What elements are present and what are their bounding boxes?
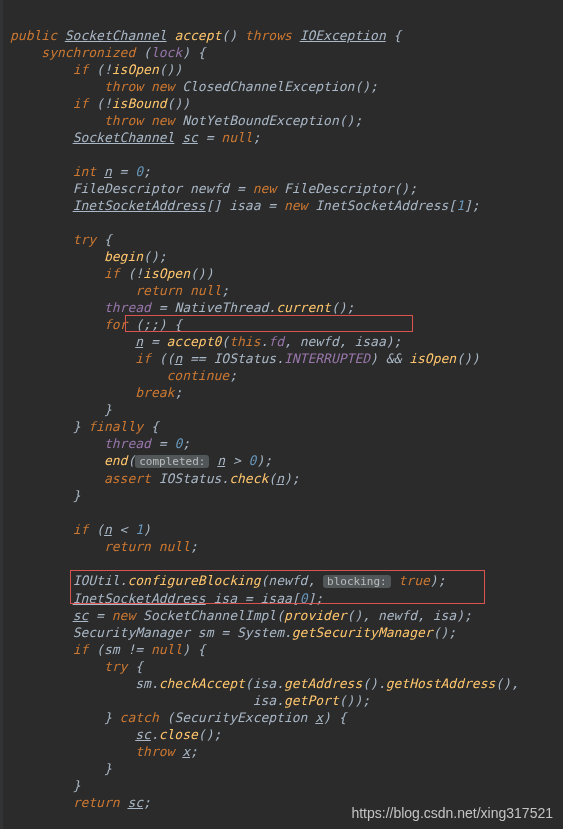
code-editor[interactable]: public SocketChannel accept() throws IOE… (0, 0, 563, 829)
code-line: if (n < 1) (10, 522, 151, 537)
watermark: https://blog.csdn.net/xing317521 (351, 805, 553, 821)
code-line: if (sm != null) { (10, 642, 206, 657)
code-line: sc = new SocketChannelImpl(provider(), n… (10, 608, 472, 623)
param-hint-badge: completed: (135, 455, 209, 468)
code-line: IOUtil.configureBlocking(newfd, blocking… (10, 573, 446, 588)
code-line: } (10, 488, 80, 503)
code-line: synchronized (lock) { (10, 45, 206, 60)
code-line: if (!isBound()) (10, 96, 190, 111)
code-line: begin(); (10, 249, 167, 264)
code-line: InetSocketAddress isa = isaa[0]; (10, 591, 323, 606)
code-line: isa.getPort()); (10, 693, 370, 708)
code-line: break; (10, 385, 182, 400)
code-line: throw x; (10, 744, 198, 759)
code-line: thread = 0; (10, 436, 190, 451)
code-line: return sc; (10, 795, 151, 810)
code-line: n = accept0(this.fd, newfd, isaa); (10, 334, 401, 349)
code-line: public SocketChannel accept() throws IOE… (10, 28, 401, 43)
code-line: SecurityManager sm = System.getSecurityM… (10, 625, 456, 640)
code-line: } (10, 402, 112, 417)
param-hint-badge: blocking: (323, 575, 391, 588)
code-line: } (10, 761, 112, 776)
code-line: } catch (SecurityException x) { (10, 710, 347, 725)
code-line: for (;;) { (10, 317, 182, 332)
code-line: throw new NotYetBoundException(); (10, 113, 362, 128)
code-line: if ((n == IOStatus.INTERRUPTED) && isOpe… (10, 351, 480, 366)
code-line: InetSocketAddress[] isaa = new InetSocke… (10, 198, 480, 213)
code-line: int n = 0; (10, 164, 151, 179)
code-line: if (!isOpen()) (10, 62, 182, 77)
code-line: thread = NativeThread.current(); (10, 300, 354, 315)
code-line: if (!isOpen()) (10, 266, 214, 281)
code-line: return null; (10, 539, 198, 554)
code-line: sc.close(); (10, 727, 221, 742)
code-line: continue; (10, 368, 237, 383)
code-line: throw new ClosedChannelException(); (10, 79, 378, 94)
code-line: try { (10, 232, 112, 247)
code-line: return null; (10, 283, 229, 298)
code-line: } (10, 778, 80, 793)
code-line: SocketChannel sc = null; (10, 130, 260, 145)
code-line: FileDescriptor newfd = new FileDescripto… (10, 181, 417, 196)
code-line: end(completed: n > 0); (10, 453, 272, 468)
code-line: } finally { (10, 419, 159, 434)
code-line: try { (10, 659, 143, 674)
code-line: sm.checkAccept(isa.getAddress().getHostA… (10, 676, 519, 691)
code-line: assert IOStatus.check(n); (10, 471, 300, 486)
gutter (0, 0, 3, 829)
